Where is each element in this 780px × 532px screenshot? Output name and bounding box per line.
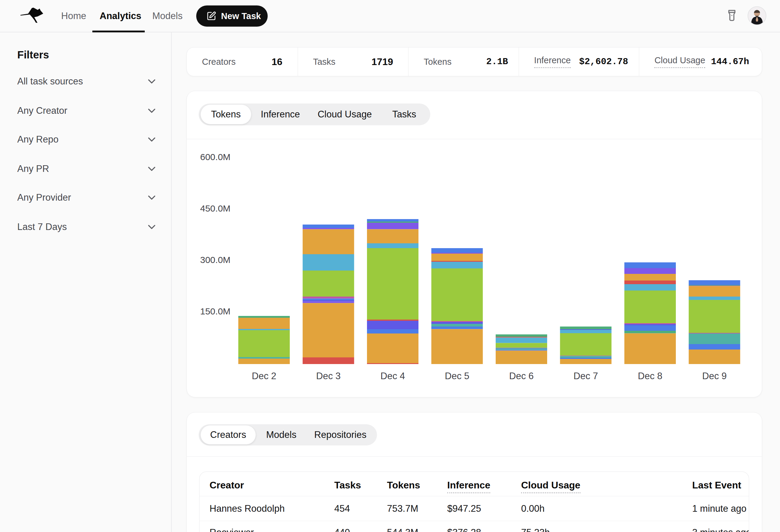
svg-text:Dec 3: Dec 3 — [316, 371, 341, 381]
svg-text:Dec 2: Dec 2 — [252, 371, 277, 381]
svg-text:Dec 6: Dec 6 — [509, 371, 534, 381]
svg-text:Dec 9: Dec 9 — [702, 371, 727, 381]
svg-text:450.0M: 450.0M — [200, 203, 231, 213]
svg-text:Dec 7: Dec 7 — [574, 371, 598, 381]
svg-text:300.0M: 300.0M — [200, 255, 231, 265]
svg-text:Dec 5: Dec 5 — [445, 371, 469, 381]
svg-text:150.0M: 150.0M — [200, 306, 231, 316]
svg-text:Dec 4: Dec 4 — [381, 371, 405, 381]
svg-text:Dec 8: Dec 8 — [638, 371, 663, 381]
svg-text:600.0M: 600.0M — [200, 152, 231, 162]
